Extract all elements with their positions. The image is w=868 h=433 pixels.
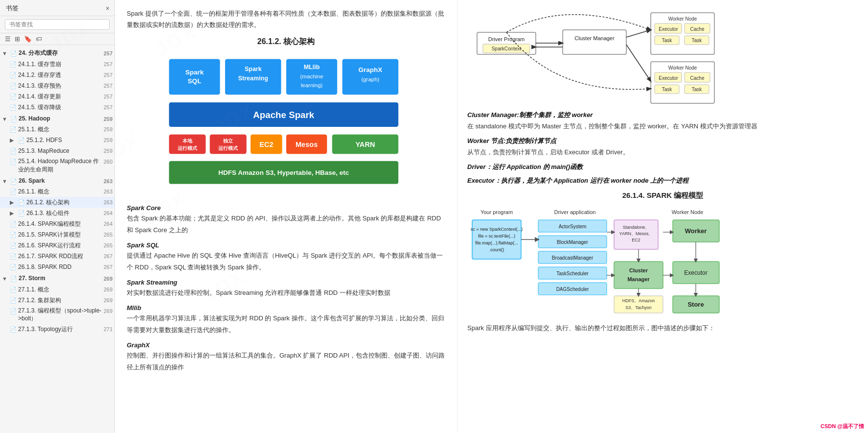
close-icon[interactable]: × <box>106 4 110 12</box>
sidebar-item-label: 26.1.4. SPARK编程模型 <box>18 219 102 228</box>
sidebar-item-27-4[interactable]: 📄 27.1.3. Topology运行 271 <box>0 324 114 335</box>
svg-text:YARN: YARN <box>355 140 375 148</box>
worker-label: Worker 节点:负责控制计算节点 <box>467 137 858 145</box>
svg-text:Worker: Worker <box>685 227 707 235</box>
mllib-label: Mllib <box>127 304 445 312</box>
svg-text:Cache: Cache <box>690 75 705 81</box>
sidebar-item-24-2[interactable]: 📄 24.1.2. 缓存穿透 257 <box>0 70 114 80</box>
sidebar-item-page: 259 <box>104 147 113 155</box>
sidebar-item-24-1[interactable]: 📄 24.1.1. 缓存雪崩 257 <box>0 59 114 70</box>
svg-text:Your program: Your program <box>480 209 513 215</box>
sidebar-item-ch24[interactable]: ▼ 📄 24. 分布式缓存 257 <box>0 47 114 59</box>
sidebar-item-26-4[interactable]: 📄 26.1.4. SPARK编程模型 264 <box>0 218 114 229</box>
svg-rect-81 <box>614 262 663 289</box>
svg-text:运行模式: 运行模式 <box>177 145 197 151</box>
sidebar-item-27-2[interactable]: 📄 27.1.2. 集群架构 269 <box>0 295 114 306</box>
sidebar-item-26-7[interactable]: 📄 26.1.7. SPARK RDD流程 267 <box>0 251 114 262</box>
cluster-arch-diagram: Driver Program SparkContext Cluster Mana… <box>467 8 722 106</box>
svg-text:MLlib: MLlib <box>303 64 320 71</box>
collapse-right-icon: ▶ <box>10 136 17 144</box>
sidebar-item-label: 25.1.2. HDFS <box>26 136 102 144</box>
svg-text:learning): learning) <box>300 82 322 88</box>
cluster-manager-label: Cluster Manager:制整个集群，监控 worker <box>467 111 858 120</box>
svg-text:Spark: Spark <box>185 68 204 75</box>
spark-core-label: Spark Core <box>127 204 445 212</box>
bookmark-icon[interactable]: 🔖 <box>24 35 32 43</box>
svg-text:运行模式: 运行模式 <box>218 145 238 151</box>
sidebar-item-page: 269 <box>104 296 113 305</box>
doc-icon: 📄 <box>18 209 25 217</box>
svg-text:Worker Node: Worker Node <box>672 209 704 215</box>
sidebar-item-page: 257 <box>104 60 113 69</box>
sidebar-item-25-4[interactable]: 📄 25.1.4. Hadoop MapReduce 作业的生命周期 260 <box>0 156 114 175</box>
sidebar-item-26-8[interactable]: 📄 26.1.8. SPARK RDD 267 <box>0 262 114 272</box>
executor-label: Executor：执行器，是为某个 Application 运行在 worker… <box>467 176 858 185</box>
svg-text:EC2: EC2 <box>259 140 273 148</box>
sidebar-title: 书签 <box>6 4 19 13</box>
svg-text:Spark: Spark <box>244 66 261 72</box>
svg-rect-0 <box>169 59 220 95</box>
grid-view-icon[interactable]: ⊞ <box>15 35 20 43</box>
sidebar-item-24-3[interactable]: 📄 24.1.3. 缓存预热 257 <box>0 80 114 91</box>
sidebar-item-25-3[interactable]: 📄 25.1.3. MapReduce 259 <box>0 145 114 156</box>
svg-text:file.map(...).flatMap(...: file.map(...).flatMap(... <box>475 241 518 245</box>
sidebar-item-page: 267 <box>104 252 113 261</box>
graphx-text: 控制图、并行图操作和计算的一组算法和工具的集合。GraphX 扩展了 RDD A… <box>127 350 445 373</box>
collapse-right-icon: ▶ <box>10 209 17 217</box>
sidebar-item-26-1[interactable]: 📄 26.1.1. 概念 263 <box>0 186 114 197</box>
doc-icon: 📄 <box>10 82 17 90</box>
page-icon: 📄 <box>10 49 17 58</box>
svg-line-57 <box>626 30 651 37</box>
spark-program-text: Spark 应用程序从编写到提交、执行、输出的整个过程如图所示，图中描述的步骤如… <box>467 323 858 334</box>
section-title-arch: 26.1.2. 核心架构 <box>127 37 445 47</box>
doc-icon: 📄 <box>18 198 25 207</box>
sidebar-item-ch27[interactable]: ▼ 📄 27. Storm 269 <box>0 272 114 284</box>
spark-sql-text: 提供通过 Apache Hive 的 SQL 变体 Hive 查询语言（Hive… <box>127 250 445 273</box>
sidebar-item-page: 260 <box>104 158 113 166</box>
sidebar-item-26-2[interactable]: ▶ 📄 26.1.2. 核心架构 263 <box>0 197 114 208</box>
doc-icon: 📄 <box>10 147 17 155</box>
sidebar-item-24-4[interactable]: 📄 24.1.4. 缓存更新 257 <box>0 91 114 102</box>
content-right-panel: JDX JDX Driver Program SparkContext Clus… <box>457 0 868 433</box>
svg-text:Streaming: Streaming <box>238 75 268 82</box>
sidebar-item-24-5[interactable]: 📄 24.1.5. 缓存降级 257 <box>0 102 114 113</box>
sidebar-item-label: 25.1.1. 概念 <box>18 125 102 134</box>
svg-text:Task: Task <box>692 38 703 43</box>
mllib-text: 一个常用机器学习算法库，算法被实现为对 RDD 的 Spark 操作。这个库包含… <box>127 313 445 336</box>
sidebar-item-25-2[interactable]: ▶ 📄 25.1.2. HDFS 259 <box>0 135 114 145</box>
svg-text:独立: 独立 <box>223 138 233 144</box>
sidebar-item-ch25[interactable]: ▼ 📄 25. Hadoop 259 <box>0 113 114 124</box>
sidebar-item-page: 257 <box>104 71 113 79</box>
doc-icon: 📄 <box>10 231 17 239</box>
sidebar-item-ch26[interactable]: ▼ 📄 26. Spark 263 <box>0 175 114 187</box>
sidebar-item-27-3[interactable]: 📄 27.1.3. 编程模型（spout->tuple->bolt） 269 <box>0 306 114 324</box>
sidebar-item-label: 27.1.3. 编程模型（spout->tuple->bolt） <box>18 307 102 323</box>
sidebar-item-26-3[interactable]: ▶ 📄 26.1.3. 核心组件 264 <box>0 208 114 218</box>
sidebar-item-26-5[interactable]: 📄 26.1.5. SPARK计算模型 265 <box>0 229 114 240</box>
svg-rect-33 <box>563 30 626 54</box>
search-input[interactable] <box>5 19 110 30</box>
svg-line-58 <box>626 45 651 81</box>
svg-text:本地: 本地 <box>182 138 192 144</box>
sidebar-item-26-6[interactable]: 📄 26.1.6. SPARK运行流程 265 <box>0 240 114 251</box>
sidebar-item-25-1[interactable]: 📄 25.1.1. 概念 259 <box>0 124 114 135</box>
sidebar-item-label: 24.1.5. 缓存降级 <box>18 103 102 112</box>
svg-text:Mesos: Mesos <box>295 140 317 148</box>
sidebar-item-page: 264 <box>104 220 113 228</box>
sidebar-item-label: 26.1.6. SPARK运行流程 <box>18 241 102 250</box>
list-view-icon[interactable]: ☰ <box>5 35 11 43</box>
svg-text:Cache: Cache <box>690 26 705 32</box>
sidebar-item-page: 263 <box>104 177 113 186</box>
collapse-icon: ▼ <box>2 177 9 186</box>
sidebar-item-27-1[interactable]: 📄 27.1.1. 概念 269 <box>0 284 114 295</box>
spark-streaming-text: 对实时数据流进行处理和控制。Spark Streaming 允许程序能够像普通 … <box>127 287 445 298</box>
collapse-right-icon: ▶ <box>10 198 17 207</box>
doc-icon: 📄 <box>10 296 17 305</box>
doc-icon: 📄 <box>18 136 25 144</box>
sidebar-item-label: 27.1.1. 概念 <box>18 285 102 294</box>
sidebar-item-page: 257 <box>104 82 113 90</box>
tag-icon[interactable]: 🏷 <box>36 35 42 43</box>
sidebar-search-container <box>0 16 114 33</box>
sidebar-item-label: 26. Spark <box>19 176 102 185</box>
doc-icon: 📄 <box>10 220 17 228</box>
